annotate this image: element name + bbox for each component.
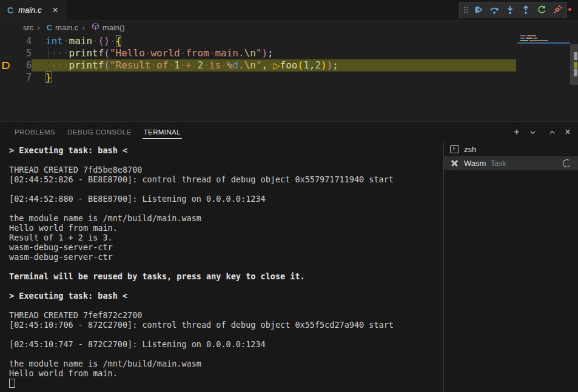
- editor-scrollbar[interactable]: [570, 34, 578, 121]
- code-token: \n: [244, 59, 256, 71]
- terminal-list-item[interactable]: zsh: [444, 142, 578, 156]
- code-token: ·: [145, 47, 151, 59]
- code-line[interactable]: 5 ····printf("Hello·world·from·main.\n")…: [0, 47, 516, 59]
- code-token: 2: [198, 59, 204, 71]
- gutter-glyph-margin[interactable]: [0, 71, 16, 84]
- code-token: ·: [92, 35, 98, 47]
- close-panel-icon[interactable]: ×: [561, 125, 574, 139]
- code-token: ▷: [274, 61, 280, 70]
- close-tab-icon[interactable]: ×: [52, 5, 58, 15]
- terminal-line: [02:44:52:880 - BE8E8700]: Listening on …: [9, 194, 443, 204]
- current-execution-arrow-icon: [2, 62, 10, 69]
- terminal-list-item[interactable]: Wasm Task: [444, 156, 578, 170]
- code-token: ·: [63, 35, 69, 47]
- terminal-line: [9, 281, 443, 291]
- breadcrumb-label: src: [23, 23, 33, 32]
- terminal-line: [9, 330, 443, 339]
- debug-step-over-icon[interactable]: [486, 3, 502, 16]
- debug-restart-icon[interactable]: [534, 3, 549, 16]
- code-token: ): [261, 47, 267, 59]
- breadcrumb-label: main(): [102, 23, 125, 32]
- minimap[interactable]: [517, 34, 570, 121]
- code-token: "Hello: [110, 47, 145, 59]
- debug-step-into-icon[interactable]: [502, 3, 517, 16]
- code-token: (: [298, 59, 304, 71]
- code-token: world: [150, 47, 180, 59]
- overview-ruler-mark: [574, 52, 577, 60]
- code-token: ": [256, 59, 262, 71]
- new-terminal-button[interactable]: +: [510, 125, 523, 139]
- code-line-text[interactable]: }: [32, 71, 516, 84]
- toolbar-drag-gripper-icon[interactable]: [462, 3, 470, 16]
- code-line-text[interactable]: ····printf("Result·of·1·+·2·is·%d.\n",·▷…: [32, 59, 516, 71]
- debug-continue-icon[interactable]: [471, 3, 486, 16]
- debug-toolbar: [459, 2, 567, 18]
- code-token: 1: [174, 59, 180, 71]
- terminal-item-label: Wasm: [464, 159, 486, 168]
- code-line[interactable]: 7 }: [0, 71, 516, 84]
- gutter-glyph-margin[interactable]: [0, 35, 16, 47]
- code-token: printf: [69, 47, 104, 59]
- minimap-highlight: [517, 42, 570, 44]
- minimap-line: [520, 40, 548, 41]
- maximize-panel-icon[interactable]: [545, 125, 559, 139]
- terminal-line: Result of 1 + 2 is 3.: [9, 233, 443, 242]
- breadcrumb-item[interactable]: › C main(): [78, 22, 124, 32]
- code-token: 2: [315, 59, 321, 71]
- code-token: main.: [215, 47, 244, 59]
- code-token: foo: [280, 59, 298, 71]
- red-dot: [568, 8, 571, 11]
- terminal-line: [9, 184, 443, 194]
- debug-disconnect-icon[interactable]: [549, 3, 565, 16]
- minimap-line: [520, 35, 536, 36]
- terminal-line: [02:45:10:747 - 872C2700]: Listening on …: [9, 339, 443, 349]
- tab-main-c[interactable]: C main.c ×: [0, 0, 66, 20]
- code-token: ·: [168, 59, 174, 71]
- terminal-output[interactable]: > Executing task: bash < THREAD CREATED …: [0, 142, 443, 392]
- code-token: {: [116, 35, 122, 47]
- c-file-icon: C: [7, 5, 13, 15]
- breadcrumb-item[interactable]: C src: [10, 23, 33, 32]
- terminal-line: the module name is /mnt/build/main.wasm: [9, 213, 443, 223]
- code-token: ·: [110, 35, 116, 47]
- breadcrumb-icon: C: [47, 23, 52, 32]
- panel-tab[interactable]: DEBUG CONSOLE: [66, 123, 133, 141]
- terminal-item-label: zsh: [464, 145, 476, 154]
- breadcrumb-item[interactable]: › C main.c: [33, 23, 78, 32]
- terminal-line: [9, 262, 443, 271]
- code-token: ·: [267, 59, 274, 71]
- terminal-item-badge: Task: [491, 159, 506, 168]
- terminal-line: [9, 204, 443, 213]
- code-token: \n: [244, 47, 256, 59]
- breadcrumb-icon: C: [92, 22, 99, 32]
- code-token: ·: [150, 59, 156, 71]
- code-token: "Result: [110, 59, 150, 71]
- code-token: }: [45, 71, 52, 83]
- debug-step-out-icon[interactable]: [518, 3, 533, 16]
- overview-ruler-mark-current-line: [574, 62, 577, 68]
- indent-guide: [48, 47, 49, 71]
- code-token: (: [104, 59, 110, 71]
- code-token: ;: [267, 47, 274, 59]
- breadcrumb-label: main.c: [55, 23, 78, 32]
- code-token: is: [209, 59, 221, 71]
- terminal-line: wasm-debug-server-ctr: [9, 242, 443, 252]
- code-line-text[interactable]: ····printf("Hello·world·from·main.\n");: [32, 47, 516, 59]
- terminal-profile-dropdown-icon[interactable]: [526, 125, 539, 139]
- code-token: ): [321, 59, 327, 71]
- terminal-line: Terminal will be reused by tasks, press …: [9, 271, 443, 281]
- panel-tab[interactable]: TERMINAL: [143, 123, 182, 141]
- gutter-glyph-margin[interactable]: [0, 47, 16, 59]
- code-line[interactable]: 4 int·main·()·{: [0, 35, 516, 47]
- panel-tab[interactable]: PROBLEMS: [13, 123, 56, 141]
- code-token: main: [69, 35, 93, 47]
- breadcrumb: C src › C main.c › C main(): [0, 21, 578, 34]
- code-line[interactable]: 6 ····printf("Result·of·1·+·2·is·%d.\n",…: [0, 59, 516, 71]
- gutter-glyph-margin[interactable]: [0, 59, 16, 71]
- panel-header: PROBLEMS DEBUG CONSOLE TERMINAL + ×: [0, 122, 578, 142]
- code-token: ,: [309, 59, 315, 71]
- code-line-text[interactable]: int·main·()·{: [32, 35, 516, 47]
- code-editor[interactable]: 4 int·main·()·{ 5 ····printf("Hello·worl…: [0, 34, 578, 121]
- code-token: ·: [192, 59, 198, 71]
- terminal-line: [9, 301, 443, 310]
